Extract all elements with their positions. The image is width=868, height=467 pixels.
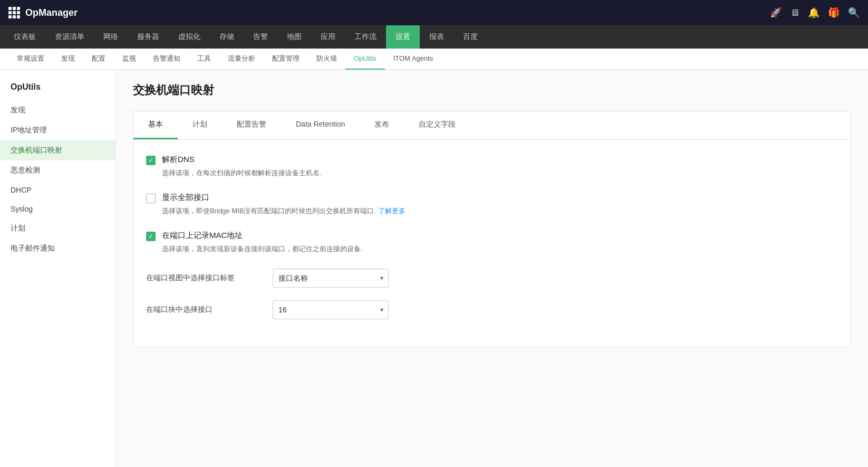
subnav-monitor[interactable]: 监视 xyxy=(114,49,144,70)
tab-schedule[interactable]: 计划 xyxy=(178,111,222,139)
checkbox-row-dns: 解析DNS xyxy=(146,155,838,165)
sidebar: OpUtils 发现 IP地址管理 交换机端口映射 恶意检测 DHCP Sysl… xyxy=(0,70,116,467)
select-wrapper-interface: 接口名称 xyxy=(273,269,389,288)
nav-virtual[interactable]: 虚拟化 xyxy=(169,25,210,49)
desc-show-all-ports: 选择该项，即使Bridge MIB没有匹配端口的时候也列出交换机所有端口. 了解… xyxy=(162,206,838,216)
form-row-interface-label: 在端口视图中选择接口标签 接口名称 xyxy=(146,269,838,288)
monitor-icon[interactable]: 🖥 xyxy=(790,7,799,18)
section-show-all-ports: 显示全部接口 选择该项，即使Bridge MIB没有匹配端口的时候也列出交换机所… xyxy=(146,193,838,216)
checkbox-record-mac[interactable] xyxy=(146,232,156,241)
label-interface-select: 在端口视图中选择接口标签 xyxy=(146,273,262,283)
subnav-discovery[interactable]: 发现 xyxy=(53,49,83,70)
sidebar-item-schedule[interactable]: 计划 xyxy=(0,218,115,239)
tab-basic[interactable]: 基本 xyxy=(133,111,178,139)
tab-publish[interactable]: 发布 xyxy=(360,111,404,139)
checkbox-row-ports: 显示全部接口 xyxy=(146,193,838,203)
label-show-all-ports: 显示全部接口 xyxy=(162,193,209,203)
nav-resource[interactable]: 资源清单 xyxy=(45,25,94,49)
search-icon[interactable]: 🔍 xyxy=(848,7,860,18)
nav-workflow[interactable]: 工作流 xyxy=(345,25,386,49)
nav-report[interactable]: 报表 xyxy=(420,25,454,49)
section-record-mac: 在端口上记录MAC地址 选择该项，直到发现新设备连接到该端口，都记住之前连接的设… xyxy=(146,231,838,254)
learn-more-link[interactable]: 了解更多 xyxy=(378,207,406,215)
sidebar-item-discovery[interactable]: 发现 xyxy=(0,100,115,120)
section-resolve-dns: 解析DNS 选择该项，在每次扫描的时候都解析连接设备主机名. xyxy=(146,155,838,178)
subnav-traffic[interactable]: 流量分析 xyxy=(219,49,264,70)
desc-resolve-dns: 选择该项，在每次扫描的时候都解析连接设备主机名. xyxy=(162,168,838,178)
tab-bar: 基本 计划 配置告警 Data Retention 发布 自定义字段 xyxy=(133,111,851,139)
select-port-block[interactable]: 16 8 24 32 48 xyxy=(273,300,389,319)
subnav-firewall[interactable]: 防火墙 xyxy=(308,49,345,70)
tab-custom-fields[interactable]: 自定义字段 xyxy=(404,111,470,139)
subnav-itom[interactable]: ITOM Agents xyxy=(385,49,442,70)
top-bar-icons: 🚀 🖥 🔔 🎁 🔍 xyxy=(770,7,860,18)
tab-alert-config[interactable]: 配置告警 xyxy=(222,111,281,139)
subnav-config[interactable]: 配置 xyxy=(83,49,114,70)
sidebar-item-port-mapping[interactable]: 交换机端口映射 xyxy=(0,140,115,160)
label-record-mac: 在端口上记录MAC地址 xyxy=(162,231,243,241)
sidebar-item-syslog[interactable]: Syslog xyxy=(0,199,115,218)
app-name: OpManager xyxy=(25,7,78,18)
sidebar-item-ip-mgmt[interactable]: IP地址管理 xyxy=(0,120,115,140)
main-content: 交换机端口映射 基本 计划 配置告警 Data Retention 发布 自定义… xyxy=(116,70,868,467)
sub-nav: 常规设置 发现 配置 监视 告警通知 工具 流量分析 配置管理 防火墙 OpUt… xyxy=(0,49,868,70)
checkbox-resolve-dns[interactable] xyxy=(146,156,156,165)
app-logo: OpManager xyxy=(8,7,78,18)
nav-server[interactable]: 服务器 xyxy=(128,25,169,49)
subnav-tools[interactable]: 工具 xyxy=(189,49,219,70)
subnav-alert-notify[interactable]: 告警通知 xyxy=(144,49,189,70)
select-interface-label[interactable]: 接口名称 xyxy=(273,269,389,288)
main-nav: 仪表板 资源清单 网络 服务器 虚拟化 存储 告警 地图 应用 工作流 设置 报… xyxy=(0,25,868,49)
tab-data-retention[interactable]: Data Retention xyxy=(281,111,360,139)
sidebar-item-dhcp[interactable]: DHCP xyxy=(0,180,115,199)
desc-record-mac: 选择该项，直到发现新设备连接到该端口，都记住之前连接的设备. xyxy=(162,244,838,254)
form-row-port-block: 在端口块中选择接口 16 8 24 32 48 xyxy=(146,300,838,319)
subnav-oputils[interactable]: OpUtils xyxy=(345,49,385,70)
label-resolve-dns: 解析DNS xyxy=(162,155,195,165)
nav-network[interactable]: 网络 xyxy=(94,25,128,49)
nav-settings[interactable]: 设置 xyxy=(386,25,420,49)
nav-dashboard[interactable]: 仪表板 xyxy=(4,25,45,49)
sidebar-item-malicious[interactable]: 恶意检测 xyxy=(0,160,115,180)
nav-app[interactable]: 应用 xyxy=(311,25,345,49)
tab-content: 解析DNS 选择该项，在每次扫描的时候都解析连接设备主机名. 显示全部接口 选择… xyxy=(133,139,851,347)
label-port-block-select: 在端口块中选择接口 xyxy=(146,305,262,314)
page-title: 交换机端口映射 xyxy=(133,82,851,98)
main-layout: OpUtils 发现 IP地址管理 交换机端口映射 恶意检测 DHCP Sysl… xyxy=(0,70,868,467)
subnav-config-mgmt[interactable]: 配置管理 xyxy=(264,49,308,70)
grid-icon xyxy=(8,7,20,18)
bell-icon[interactable]: 🔔 xyxy=(808,7,819,18)
nav-storage[interactable]: 存储 xyxy=(210,25,244,49)
nav-alert[interactable]: 告警 xyxy=(244,25,277,49)
subnav-general[interactable]: 常规设置 xyxy=(8,49,53,70)
select-wrapper-port-block: 16 8 24 32 48 xyxy=(273,300,389,319)
nav-map[interactable]: 地图 xyxy=(277,25,311,49)
sidebar-title: OpUtils xyxy=(0,78,115,100)
checkbox-row-mac: 在端口上记录MAC地址 xyxy=(146,231,838,241)
nav-baidu[interactable]: 百度 xyxy=(454,25,487,49)
top-bar: OpManager 🚀 🖥 🔔 🎁 🔍 xyxy=(0,0,868,25)
sidebar-item-email[interactable]: 电子邮件通知 xyxy=(0,239,115,259)
rocket-icon[interactable]: 🚀 xyxy=(770,7,782,18)
checkbox-show-all-ports[interactable] xyxy=(146,194,156,203)
gift-icon[interactable]: 🎁 xyxy=(828,7,840,18)
